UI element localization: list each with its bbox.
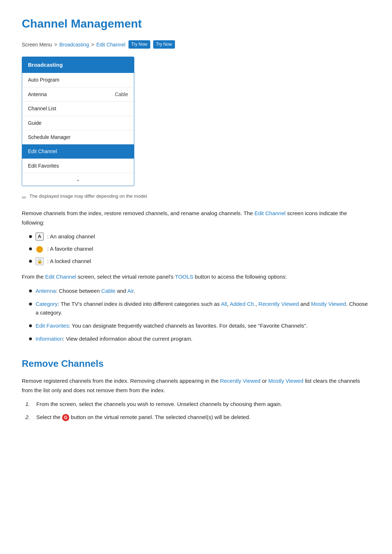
menu-item-edit-channel[interactable]: Edit Channel bbox=[22, 144, 134, 159]
breadcrumb-screen-menu: Screen Menu bbox=[22, 41, 52, 49]
step-number-1: 1. bbox=[25, 400, 32, 409]
breadcrumb: Screen Menu > Broadcasting > Edit Channe… bbox=[22, 40, 370, 49]
menu-item-auto-program[interactable]: Auto Program bbox=[22, 73, 134, 87]
remove-step-2: 2. Select the G button on the virtual re… bbox=[25, 413, 370, 422]
pencil-icon: ✏ bbox=[22, 193, 26, 202]
step-2-text: Select the G button on the virtual remot… bbox=[36, 413, 250, 422]
remove-step-1: 1. From the screen, select the channels … bbox=[25, 400, 370, 409]
breadcrumb-edit-channel[interactable]: Edit Channel bbox=[96, 41, 125, 49]
menu-header: Broadcasting bbox=[22, 57, 134, 73]
remove-channels-heading: Remove Channels bbox=[22, 356, 370, 372]
icon-list-item-lock: 🔒 : A locked channel bbox=[29, 257, 370, 266]
recently-viewed-link-2[interactable]: Recently Viewed bbox=[220, 378, 260, 384]
bullet-dot bbox=[29, 337, 32, 340]
bullet-dot bbox=[29, 235, 32, 238]
breadcrumb-sep1: > bbox=[54, 41, 57, 49]
recently-viewed-link-1[interactable]: Recently Viewed bbox=[258, 301, 299, 307]
broadcasting-menu: Broadcasting Auto Program Antenna Cable … bbox=[22, 57, 134, 186]
menu-item-channel-list[interactable]: Channel List bbox=[22, 102, 134, 116]
bullet-dot bbox=[29, 290, 32, 292]
remove-channels-intro: Remove registered channels from the inde… bbox=[22, 376, 370, 395]
option-label-antenna: Antenna bbox=[36, 288, 56, 294]
cable-link[interactable]: Cable bbox=[101, 288, 115, 294]
lock-label: : A locked channel bbox=[47, 257, 91, 266]
model-note: ✏ The displayed image may differ dependi… bbox=[22, 193, 370, 202]
option-label-edit-favorites: Edit Favorites bbox=[36, 323, 69, 329]
option-category: Category: The TV's channel index is divi… bbox=[29, 300, 370, 317]
options-list: Antenna: Choose between Cable and Air. C… bbox=[29, 287, 370, 343]
page-title: Channel Management bbox=[22, 15, 370, 33]
try-now-badge-1[interactable]: Try Now bbox=[128, 40, 150, 49]
g-button-icon: G bbox=[62, 414, 69, 421]
mostly-viewed-link-1[interactable]: Mostly Viewed bbox=[311, 301, 346, 307]
favorite-icon: ⬤ bbox=[36, 245, 44, 253]
bullet-dot bbox=[29, 260, 32, 263]
menu-item-schedule-manager[interactable]: Schedule Manager bbox=[22, 130, 134, 144]
menu-item-antenna[interactable]: Antenna Cable bbox=[22, 87, 134, 102]
menu-item-guide[interactable]: Guide bbox=[22, 116, 134, 130]
icon-list: A : An analog channel ⬤ : A favorite cha… bbox=[29, 232, 370, 266]
analog-label: : An analog channel bbox=[47, 232, 95, 241]
all-link[interactable]: All bbox=[221, 301, 227, 307]
bullet-dot bbox=[29, 303, 32, 305]
bullet-dot bbox=[29, 247, 32, 250]
menu-chevron: ⌄ bbox=[22, 173, 134, 185]
option-label-information: Information bbox=[36, 336, 63, 342]
note-text: The displayed image may differ depending… bbox=[29, 193, 148, 200]
option-information: Information: View detailed information a… bbox=[29, 335, 370, 343]
tools-paragraph: From the Edit Channel screen, select the… bbox=[22, 272, 370, 282]
option-antenna: Antenna: Choose between Cable and Air. bbox=[29, 287, 370, 295]
option-label-category: Category bbox=[36, 301, 58, 307]
icon-list-item-analog: A : An analog channel bbox=[29, 232, 370, 241]
step-1-text: From the screen, select the channels you… bbox=[36, 400, 282, 409]
edit-channel-link-1[interactable]: Edit Channel bbox=[254, 210, 286, 216]
mostly-viewed-link-2[interactable]: Mostly Viewed bbox=[268, 378, 303, 384]
option-edit-favorites: Edit Favorites: You can designate freque… bbox=[29, 321, 370, 330]
analog-icon: A bbox=[36, 233, 44, 241]
tools-text: TOOLS bbox=[175, 274, 193, 280]
step-number-2: 2. bbox=[25, 413, 32, 422]
air-link[interactable]: Air bbox=[127, 288, 134, 294]
breadcrumb-broadcasting[interactable]: Broadcasting bbox=[59, 41, 89, 49]
breadcrumb-sep2: > bbox=[91, 41, 94, 49]
try-now-badge-2[interactable]: Try Now bbox=[153, 40, 175, 49]
icon-list-item-favorite: ⬤ : A favorite channel bbox=[29, 245, 370, 253]
remove-steps: 1. From the screen, select the channels … bbox=[25, 400, 370, 422]
menu-item-edit-favorites[interactable]: Edit Favorites bbox=[22, 159, 134, 173]
favorite-label: : A favorite channel bbox=[47, 245, 93, 253]
intro-paragraph: Remove channels from the index, restore … bbox=[22, 209, 370, 227]
edit-channel-link-2[interactable]: Edit Channel bbox=[45, 274, 76, 280]
lock-icon: 🔒 bbox=[36, 257, 44, 265]
added-ch-link[interactable]: Added Ch. bbox=[230, 301, 256, 307]
bullet-dot bbox=[29, 324, 32, 327]
